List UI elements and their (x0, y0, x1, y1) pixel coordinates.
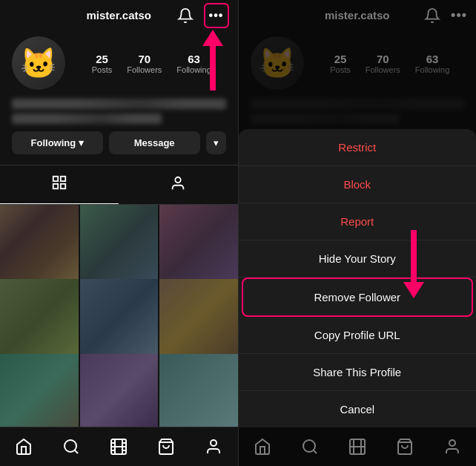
stat-followers-left: 70 Followers (127, 53, 162, 74)
menu-report[interactable]: Report (239, 203, 477, 240)
svg-rect-0 (53, 177, 58, 181)
menu-remove-follower[interactable]: Remove Follower (242, 278, 474, 317)
menu-copy-url[interactable]: Copy Profile URL (239, 317, 477, 354)
arrow-shaft-up (210, 46, 216, 91)
menu-block[interactable]: Block (239, 166, 477, 203)
grid-cell-7[interactable] (0, 354, 79, 427)
grid-cell-8[interactable] (80, 354, 159, 427)
stat-posts-left: 25 Posts (92, 53, 113, 74)
tag-icon-left (170, 175, 186, 195)
top-bar-left: mister.catso ••• (0, 0, 238, 30)
nav-search-left[interactable] (47, 433, 95, 460)
svg-point-5 (65, 440, 76, 452)
message-button-left[interactable]: Message (109, 131, 200, 154)
svg-rect-3 (53, 184, 58, 188)
posts-label-left: Posts (92, 65, 113, 74)
menu-restrict[interactable]: Restrict (239, 129, 477, 166)
tabs-row-left (0, 165, 238, 205)
right-panel: mister.catso ••• 25 Posts 70 Followers (239, 0, 477, 466)
bottom-nav-left (0, 427, 238, 466)
grid-cell-6[interactable] (159, 279, 238, 358)
avatar-left[interactable] (12, 36, 65, 90)
menu-hide-story[interactable]: Hide Your Story (239, 240, 477, 278)
svg-rect-2 (61, 184, 65, 188)
nav-home-left[interactable] (0, 433, 47, 460)
followers-count-left: 70 (138, 53, 151, 65)
photo-grid-left (0, 205, 238, 427)
nav-profile-left[interactable] (190, 433, 237, 460)
context-menu: Restrict Block Report Hide Your Story Re… (239, 129, 477, 427)
arrow-down-indicator (403, 230, 424, 298)
bio-line-1 (12, 99, 226, 109)
dropdown-overlay: Restrict Block Report Hide Your Story Re… (239, 119, 477, 466)
tab-grid-left[interactable] (0, 165, 119, 204)
arrow-down-head (403, 282, 424, 298)
more-dots-icon: ••• (209, 9, 224, 22)
bell-icon-left[interactable] (177, 7, 194, 24)
grid-cell-4[interactable] (0, 279, 79, 358)
following-button-left[interactable]: Following ▾ (12, 131, 103, 154)
grid-icon-left (51, 174, 67, 194)
arrow-up-indicator (202, 30, 223, 91)
svg-rect-1 (61, 177, 65, 181)
svg-point-16 (211, 440, 216, 446)
nav-shop-left[interactable] (142, 433, 190, 460)
more-small-button-left[interactable]: ▾ (206, 131, 226, 154)
bio-line-2 (12, 114, 162, 124)
grid-cell-2[interactable] (80, 205, 159, 283)
svg-point-4 (176, 177, 181, 182)
nav-reels-left[interactable] (95, 433, 142, 460)
username-left: mister.catso (86, 9, 151, 22)
bio-area-left (0, 99, 238, 131)
arrow-shaft-down (411, 230, 417, 282)
grid-cell-1[interactable] (0, 205, 79, 283)
tab-tag-left[interactable] (119, 165, 237, 204)
top-bar-icons-left: ••• (177, 3, 229, 28)
grid-cell-3[interactable] (159, 205, 238, 283)
svg-line-6 (75, 450, 78, 453)
action-buttons-left: Following ▾ Message ▾ (0, 131, 238, 165)
posts-count-left: 25 (96, 53, 108, 65)
arrow-up-head (202, 30, 223, 46)
more-button-left[interactable]: ••• (204, 3, 229, 28)
grid-cell-9[interactable] (159, 354, 238, 427)
grid-cell-5[interactable] (80, 279, 159, 358)
menu-cancel[interactable]: Cancel (239, 391, 477, 427)
left-panel: mister.catso ••• 25 Posts 70 Followers (0, 0, 238, 466)
menu-share-profile[interactable]: Share This Profile (239, 354, 477, 391)
following-count-left: 63 (188, 53, 200, 65)
followers-label-left: Followers (127, 65, 162, 74)
